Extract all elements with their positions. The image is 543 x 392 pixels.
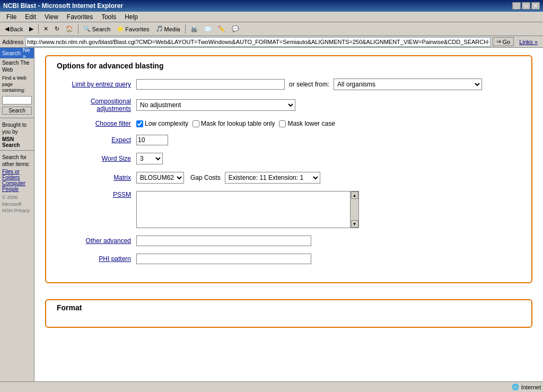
menu-help[interactable]: Help xyxy=(120,12,142,22)
matrix-label[interactable]: Matrix xyxy=(57,174,136,181)
organism-select[interactable]: All organisms Homo sapiens Mus musculus xyxy=(334,79,482,90)
sidebar-search-input[interactable] xyxy=(2,96,32,104)
address-bar: Address ⇒ Go Links » xyxy=(0,36,543,48)
window-title: NCBI Blast - Microsoft Internet Explorer xyxy=(3,2,123,10)
toolbar-separator-3 xyxy=(185,24,186,34)
home-button[interactable]: 🏠 xyxy=(63,24,76,34)
stop-button[interactable]: ✕ xyxy=(41,24,51,34)
menu-file[interactable]: File xyxy=(2,12,21,22)
menu-edit[interactable]: Edit xyxy=(21,12,40,22)
word-label[interactable]: Word Size xyxy=(57,155,136,162)
filter-low-complexity-label: Low complexity xyxy=(136,120,188,127)
filter-controls: Low complexity Mask for lookup table onl… xyxy=(136,120,335,127)
menu-tools[interactable]: Tools xyxy=(97,12,120,22)
gapcost-select[interactable]: Existence: 11 Extension: 1 Existence: 10… xyxy=(225,172,320,184)
expect-label[interactable]: Expect xyxy=(57,136,136,144)
options-title: Options xyxy=(57,62,85,70)
sidebar-search-header: Search Ne » xyxy=(0,48,34,58)
pssm-scroll-down[interactable]: ▼ xyxy=(351,220,358,228)
menu-bar: File Edit View Favorites Tools Help xyxy=(0,12,543,22)
format-section: Format xyxy=(45,299,532,328)
pssm-scroll-up[interactable]: ▲ xyxy=(351,191,358,199)
limit-input[interactable] xyxy=(136,79,285,90)
toolbar-separator-2 xyxy=(78,24,78,34)
sidebar-computer[interactable]: Computer xyxy=(0,180,34,186)
sidebar-new-tab[interactable]: Ne » xyxy=(23,48,32,59)
or-text: or select from: xyxy=(289,81,329,88)
matrix-row: Matrix PAM30 PAM70 BLOSUM80 BLOSUM62 BLO… xyxy=(57,172,521,184)
back-icon: ◀ xyxy=(5,25,9,32)
address-input[interactable] xyxy=(25,37,491,47)
pssm-label[interactable]: PSSM xyxy=(57,191,136,198)
discuss-button[interactable]: 💬 xyxy=(229,24,242,34)
phi-input[interactable] xyxy=(136,254,311,264)
filter-mask-lookup-checkbox[interactable] xyxy=(192,120,199,127)
favorites-toolbar-button[interactable]: ⭐ Favorites xyxy=(114,24,152,34)
search-toolbar-button[interactable]: 🔍 Search xyxy=(81,24,113,34)
title-bar: NCBI Blast - Microsoft Internet Explorer… xyxy=(0,0,543,12)
gapcost-label-text: Gap Costs xyxy=(190,174,221,181)
go-icon: ⇒ xyxy=(496,38,501,45)
search-toolbar-icon: 🔍 xyxy=(83,25,91,32)
sidebar-files-folders[interactable]: Files or Folders xyxy=(0,169,34,180)
sidebar-find-text: Find a Web page containing: xyxy=(0,74,34,95)
pssm-scrollbar: ▲ ▼ xyxy=(350,191,358,228)
filter-low-complexity-checkbox[interactable] xyxy=(136,120,143,127)
options-subtitle: for advanced blasting xyxy=(87,62,164,70)
comp-label[interactable]: Compositional adjustments xyxy=(57,98,136,112)
limit-label[interactable]: Limit by entrez query xyxy=(57,81,136,88)
sidebar-other-items: Search for other items: xyxy=(0,153,34,169)
filter-mask-lookup-label: Mask for lookup table only xyxy=(192,120,275,127)
pssm-controls: ▲ ▼ xyxy=(136,191,359,228)
wordsize-select[interactable]: 2 3 6 xyxy=(136,153,163,164)
sidebar-search-button[interactable]: Search xyxy=(2,107,32,115)
sidebar-copyright: © 2006 Microsoft MSN Privacy xyxy=(0,192,34,216)
filter-mask-lower-checkbox[interactable] xyxy=(279,120,286,127)
filter-low-complexity-text: Low complexity xyxy=(145,120,188,127)
filter-mask-lower-label: Mask lower case xyxy=(279,120,335,127)
matrix-select[interactable]: PAM30 PAM70 BLOSUM80 BLOSUM62 BLOSUM45 xyxy=(136,172,184,184)
other-advanced-label[interactable]: Other advanced xyxy=(57,237,136,245)
other-advanced-input[interactable] xyxy=(136,236,311,246)
media-toolbar-button[interactable]: 🎵 Media xyxy=(153,24,183,34)
sidebar-brought-by: Brought to you by xyxy=(0,120,34,136)
print-button[interactable]: 🖨️ xyxy=(188,24,200,34)
pssm-textarea[interactable]: ▲ ▼ xyxy=(136,191,359,228)
menu-favorites[interactable]: Favorites xyxy=(63,12,97,22)
word-controls: 2 3 6 xyxy=(136,153,163,164)
options-box: Options for advanced blasting Limit by e… xyxy=(45,55,532,283)
toolbar: ◀ Back ▶ ✕ ↻ 🏠 🔍 Search ⭐ Favorites 🎵 Me… xyxy=(0,22,543,36)
minimize-button[interactable]: _ xyxy=(512,2,521,10)
menu-view[interactable]: View xyxy=(40,12,63,22)
sidebar-divider-2 xyxy=(0,150,34,151)
comp-select[interactable]: No adjustment Composition-based statisti… xyxy=(136,99,295,111)
sidebar-msn-search: MSN Search xyxy=(0,136,34,148)
main-layout: Search Ne » Search The Web Find a Web pa… xyxy=(0,48,543,381)
pssm-row: PSSM ▲ ▼ xyxy=(57,191,521,228)
phi-controls xyxy=(136,254,311,264)
back-button[interactable]: ◀ Back xyxy=(2,24,25,34)
close-button[interactable]: ✕ xyxy=(531,2,540,10)
go-button[interactable]: ⇒ Go xyxy=(493,37,514,46)
options-header: Options for advanced blasting xyxy=(57,62,521,70)
filter-label[interactable]: Choose filter xyxy=(57,120,136,127)
sidebar-people[interactable]: People xyxy=(0,186,34,192)
content-area: Options for advanced blasting Limit by e… xyxy=(34,48,543,381)
links-button[interactable]: Links » xyxy=(516,38,541,46)
mail-button[interactable]: ✉️ xyxy=(202,24,214,34)
sidebar-search-label: Search The Web xyxy=(0,58,34,74)
matrix-controls: PAM30 PAM70 BLOSUM80 BLOSUM62 BLOSUM45 G… xyxy=(136,172,320,184)
forward-button[interactable]: ▶ xyxy=(27,24,36,34)
maximize-button[interactable]: ▭ xyxy=(522,2,530,10)
refresh-button[interactable]: ↻ xyxy=(52,24,62,34)
phi-row: PHI pattern xyxy=(57,254,521,264)
format-header: Format xyxy=(57,303,521,312)
filter-mask-lower-text: Mask lower case xyxy=(287,120,335,127)
edit-button[interactable]: ✏️ xyxy=(215,24,228,34)
sidebar-search-tab[interactable]: Search xyxy=(2,50,21,56)
expect-controls xyxy=(136,135,168,145)
window-controls[interactable]: _ ▭ ✕ xyxy=(512,2,540,10)
expect-input[interactable] xyxy=(136,135,168,145)
phi-label[interactable]: PHI pattern xyxy=(57,255,136,263)
favorites-icon: ⭐ xyxy=(117,25,124,32)
